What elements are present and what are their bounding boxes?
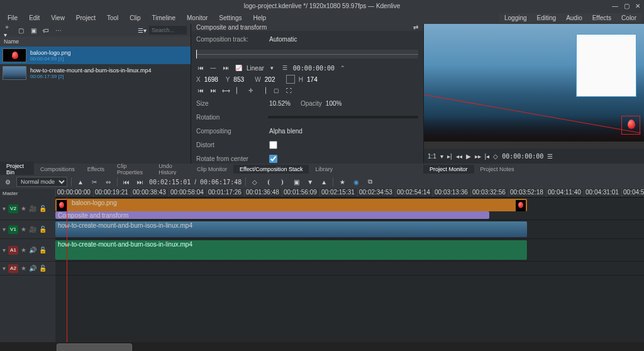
menu-help[interactable]: Help: [248, 13, 272, 23]
size-value[interactable]: 10.52%: [269, 100, 291, 107]
set-out-icon[interactable]: |◂: [485, 153, 490, 160]
mute-icon[interactable]: 🔊: [29, 247, 36, 254]
add-clip-icon[interactable]: ＋▾: [4, 26, 13, 35]
forward-icon[interactable]: ▸▸: [475, 153, 481, 160]
distort-checkbox[interactable]: [269, 141, 277, 149]
menu-tool[interactable]: Tool: [102, 13, 123, 23]
monitor-timecode[interactable]: 00:00:00:00: [502, 153, 543, 160]
timeline-position[interactable]: 00:02:15:01: [149, 179, 191, 186]
chevron-down-icon[interactable]: ▾: [268, 64, 277, 72]
mute-icon[interactable]: 🔊: [29, 265, 36, 272]
rewind-icon[interactable]: ◂◂: [456, 153, 462, 160]
tab-project-monitor[interactable]: Project Monitor: [423, 165, 474, 174]
overwrite-icon[interactable]: ▣: [291, 177, 301, 187]
track-header-a2[interactable]: ▾ A2 ★ 🔊 🔓: [0, 262, 55, 276]
zone-in-icon[interactable]: ⦗: [264, 177, 274, 187]
menu-view[interactable]: View: [46, 13, 70, 23]
stepper-icon[interactable]: ⌃: [338, 64, 347, 72]
tab-effects[interactable]: Effects: [81, 165, 111, 174]
timeline-clip-image[interactable]: baloon-logo.png: [55, 199, 527, 211]
timeline-clip-audio[interactable]: how-to-create-mount-and-burn-isos-in-lin…: [55, 240, 527, 260]
chevron-down-icon[interactable]: ▾: [440, 153, 443, 160]
view-mode-icon[interactable]: ☰▾: [138, 26, 147, 35]
search-input[interactable]: [149, 26, 187, 35]
filter-icon[interactable]: ⋯: [54, 26, 63, 35]
opacity-value[interactable]: 100%: [326, 100, 342, 107]
set-in-icon[interactable]: ▸|: [447, 153, 452, 160]
workspace-editing[interactable]: Editing: [532, 13, 562, 23]
close-icon[interactable]: ✕: [634, 2, 641, 9]
zoom-ratio[interactable]: 1:1: [428, 153, 436, 160]
menu-clip[interactable]: Clip: [125, 13, 145, 23]
menu-monitor[interactable]: Monitor: [182, 13, 213, 23]
minimize-icon[interactable]: —: [611, 2, 619, 9]
menu-project[interactable]: Project: [71, 13, 101, 23]
razor-tool-icon[interactable]: ✂: [89, 177, 99, 187]
h-value[interactable]: 174: [307, 76, 325, 83]
track-header-v1[interactable]: ▾ V1 ★ 🎥 🔓: [0, 220, 55, 239]
compositing-value[interactable]: Alpha blend: [269, 128, 303, 135]
menu-edit[interactable]: Edit: [24, 13, 45, 23]
star-icon[interactable]: ★: [21, 205, 26, 212]
zone-out-icon[interactable]: ⦘: [277, 177, 287, 187]
bin-item[interactable]: baloon-logo.png 00:00:04:59 [1]: [0, 47, 191, 64]
interp-value[interactable]: Linear: [247, 65, 264, 72]
star-icon[interactable]: ★: [21, 226, 26, 233]
lock-icon[interactable]: 🔓: [39, 226, 47, 233]
x-value[interactable]: 1698: [204, 76, 222, 83]
tab-project-notes[interactable]: Project Notes: [474, 165, 521, 174]
workspace-logging[interactable]: Logging: [499, 13, 532, 23]
play-icon[interactable]: ▶: [466, 153, 471, 160]
mute-icon[interactable]: 🎥: [29, 226, 36, 233]
align-center-icon[interactable]: ✛: [247, 86, 255, 95]
original-size-icon[interactable]: ⛶: [284, 86, 293, 95]
spacer-tool-icon[interactable]: ⇔: [103, 177, 113, 187]
track-header-v2[interactable]: ▾ V2 ★ 🎥 🔓: [0, 198, 55, 220]
kf-prev-icon[interactable]: ⏮: [196, 64, 205, 72]
align-right-icon[interactable]: ▕: [259, 86, 268, 95]
gear-icon[interactable]: ⚙: [3, 177, 13, 187]
expand-icon[interactable]: ▾: [3, 226, 6, 233]
maximize-icon[interactable]: ▢: [623, 2, 630, 9]
menu-file[interactable]: File: [3, 13, 23, 23]
tag-icon[interactable]: 🏷: [42, 26, 50, 35]
rotation-slider[interactable]: [268, 116, 418, 118]
timeline-clip-video[interactable]: how-to-create-mount-and-burn-isos-in-lin…: [55, 221, 527, 237]
pointer-tool-icon[interactable]: ▲: [75, 177, 86, 187]
menu-timeline[interactable]: Timeline: [147, 13, 180, 23]
expand-icon[interactable]: ▾: [3, 265, 6, 272]
tab-compositions[interactable]: Compositions: [34, 165, 81, 174]
delete-icon[interactable]: ▣: [29, 26, 38, 35]
marker-icon[interactable]: ◇: [493, 153, 498, 160]
expand-icon[interactable]: ▾: [3, 247, 6, 254]
y-value[interactable]: 853: [233, 76, 251, 83]
monitor-ruler[interactable]: [424, 141, 644, 148]
kf-add-icon[interactable]: —: [209, 64, 218, 72]
workspace-color[interactable]: Color: [616, 13, 641, 23]
skip-start-icon[interactable]: ⏮: [121, 177, 131, 187]
lock-ratio-icon[interactable]: [286, 75, 295, 84]
bin-column-name[interactable]: Name: [0, 36, 191, 47]
align-h-icon[interactable]: ⟷: [221, 86, 230, 95]
monitor-menu-icon[interactable]: ☰: [547, 153, 553, 160]
menu-settings[interactable]: Settings: [214, 13, 247, 23]
comp-track-value[interactable]: Automatic: [269, 36, 297, 43]
timeline-scrollbar[interactable]: [0, 342, 644, 351]
preview-render-icon[interactable]: ◉: [351, 177, 361, 187]
w-value[interactable]: 202: [265, 76, 282, 83]
lift-icon[interactable]: ▲: [319, 177, 329, 187]
mute-icon[interactable]: 🎥: [29, 205, 36, 212]
interp-icon[interactable]: 📈: [234, 64, 243, 72]
kf-next-icon[interactable]: ⏭: [221, 64, 230, 72]
fit-icon[interactable]: ▢: [272, 86, 280, 95]
lock-icon[interactable]: 🔓: [39, 205, 47, 212]
workspace-audio[interactable]: Audio: [561, 13, 587, 23]
lock-icon[interactable]: 🔓: [39, 247, 47, 254]
folder-icon[interactable]: ▢: [16, 26, 25, 35]
align-next-icon[interactable]: ⏭: [209, 86, 218, 95]
transform-handle[interactable]: [621, 116, 640, 135]
edit-mode-select[interactable]: Normal mode: [16, 177, 67, 187]
align-left-icon[interactable]: ▏: [234, 86, 243, 95]
favorite-icon[interactable]: ★: [337, 177, 347, 187]
expand-icon[interactable]: ▾: [3, 205, 6, 212]
